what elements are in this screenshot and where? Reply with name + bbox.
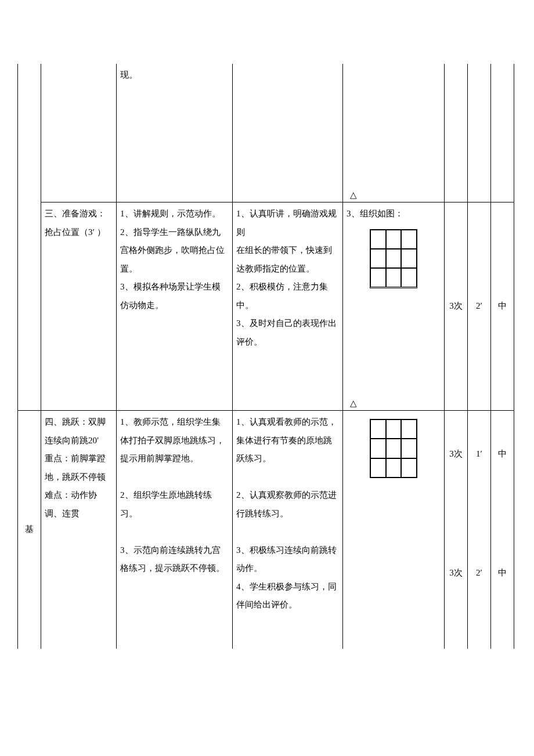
student-activity-cell: 1、认真观看教师的示范，集体进行有节奏的原地跳跃练习。 2、认真观察教师的示范进… [233, 411, 343, 649]
side-header-cell [18, 202, 41, 411]
side-header-cell [18, 64, 41, 202]
content-cell: 现。 [117, 64, 233, 202]
table-row: 现。 △ [18, 64, 514, 202]
text: 中 [498, 568, 507, 577]
activity-name-cell: 四、跳跃：双脚连续向前跳20′ 重点：前脚掌蹬地，跳跃不停顿难点：动作协调、连贯 [41, 411, 117, 649]
text: 现。 [120, 70, 138, 79]
organization-cell: 3、组织如图： △ [343, 202, 445, 411]
text: 3次 [449, 568, 463, 577]
text: 3次 [449, 449, 463, 458]
text: 1′ [476, 449, 482, 458]
time-cell: 1′ [468, 411, 491, 498]
text: 基 [25, 525, 34, 534]
teacher-activity-cell: 1、讲解规则，示范动作。 2、指导学生一路纵队绕九宫格外侧跑步，吹哨抢占位置。 … [117, 202, 233, 411]
text: 2′ [476, 301, 482, 310]
text: 三、准备游戏：抢占位置（3′ ） [45, 209, 106, 237]
text: 3次 [449, 301, 463, 310]
document-page: 现。 △ 三、准备游戏：抢占位置（3′ ） 1、讲解规则，示范动作。 2、指导学… [0, 0, 534, 756]
content-cell [233, 64, 343, 202]
time-cell: 2′ [468, 498, 491, 649]
text: 中 [498, 449, 507, 458]
content-cell [41, 64, 117, 202]
text: 1、讲解规则，示范动作。 2、指导学生一路纵队绕九宫格外侧跑步，吹哨抢占位置。 … [120, 209, 225, 310]
activity-name-cell: 三、准备游戏：抢占位置（3′ ） [41, 202, 117, 411]
content-cell: △ [343, 64, 445, 202]
table-row: 三、准备游戏：抢占位置（3′ ） 1、讲解规则，示范动作。 2、指导学生一路纵队… [18, 202, 514, 411]
side-header-cell: 基 [18, 411, 41, 649]
count-cell: 3次 [445, 202, 468, 411]
text: 1、认真观看教师的示范，集体进行有节奏的原地跳跃练习。 2、认真观察教师的示范进… [236, 417, 337, 609]
student-activity-cell: 1、认真听讲，明确游戏规则 在组长的带领下，快速到达教师指定的位置。 2、积极模… [233, 202, 343, 411]
text: 四、跳跃：双脚连续向前跳20′ 重点：前脚掌蹬地，跳跃不停顿难点：动作协调、连贯 [45, 417, 106, 518]
intensity-cell: 中 [491, 202, 514, 411]
count-cell: 3次 [445, 498, 468, 649]
intensity-cell: 中 [491, 498, 514, 649]
grid-3x3-icon [370, 229, 417, 288]
triangle-icon: △ [350, 399, 357, 408]
grid-3x3-icon [370, 419, 417, 478]
time-cell: 2′ [468, 202, 491, 411]
teacher-activity-cell: 1、教师示范，组织学生集体打拍子双脚原地跳练习，提示用前脚掌蹬地。 2、组织学生… [117, 411, 233, 649]
intensity-cell: 中 [491, 411, 514, 498]
content-cell [491, 64, 514, 202]
content-cell [468, 64, 491, 202]
organization-cell [343, 411, 445, 649]
text: 1、教师示范，组织学生集体打拍子双脚原地跳练习，提示用前脚掌蹬地。 2、组织学生… [120, 417, 225, 573]
lesson-plan-table: 现。 △ 三、准备游戏：抢占位置（3′ ） 1、讲解规则，示范动作。 2、指导学… [17, 64, 514, 649]
content-cell [445, 64, 468, 202]
table-row: 基 四、跳跃：双脚连续向前跳20′ 重点：前脚掌蹬地，跳跃不停顿难点：动作协调、… [18, 411, 514, 498]
count-cell: 3次 [445, 411, 468, 498]
text: 中 [498, 301, 507, 310]
text: 3、组织如图： [347, 209, 403, 218]
triangle-icon: △ [350, 191, 357, 200]
text: 2′ [476, 568, 482, 577]
text: 1、认真听讲，明确游戏规则 在组长的带领下，快速到达教师指定的位置。 2、积极模… [236, 209, 337, 346]
